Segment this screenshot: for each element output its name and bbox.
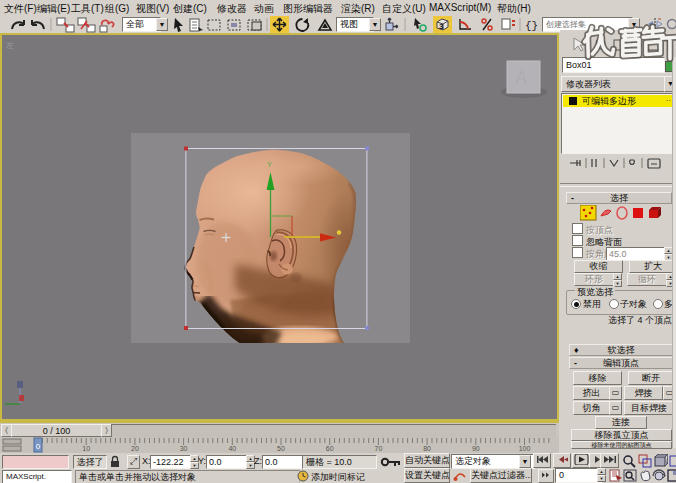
svg-text:60: 60 — [326, 445, 334, 452]
svg-text:10: 10 — [82, 445, 90, 452]
svg-text:20: 20 — [131, 445, 139, 452]
svg-text:Y: Y — [267, 161, 272, 168]
svg-text:90: 90 — [472, 445, 480, 452]
svg-text:3: 3 — [439, 22, 444, 31]
svg-text:80: 80 — [423, 445, 431, 452]
svg-text:50: 50 — [277, 445, 285, 452]
svg-text:左: 左 — [6, 41, 14, 50]
svg-text:100: 100 — [519, 445, 531, 452]
svg-text:70: 70 — [375, 445, 383, 452]
svg-text:40: 40 — [228, 445, 236, 452]
svg-text:30: 30 — [180, 445, 188, 452]
svg-text:{}: {} — [525, 20, 538, 32]
svg-text:0: 0 — [36, 442, 41, 451]
